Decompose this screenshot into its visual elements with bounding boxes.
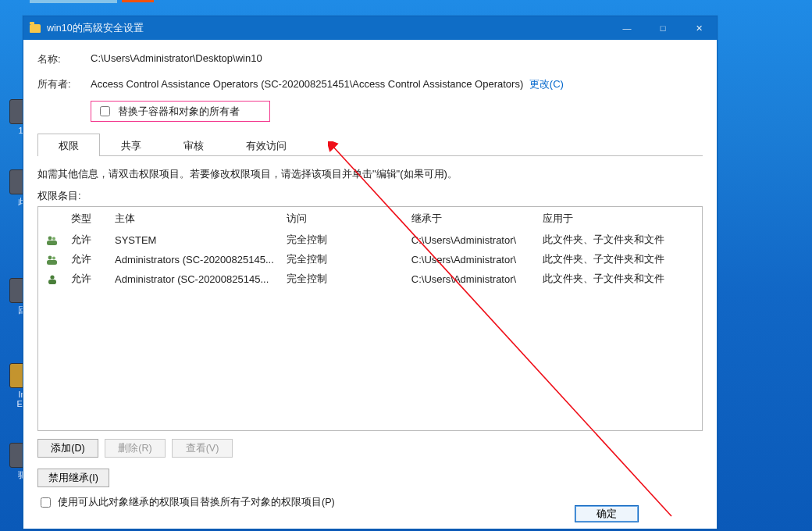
window-title: win10的高级安全设置 — [47, 22, 144, 35]
cell-access: 完全控制 — [280, 250, 405, 269]
minimize-button[interactable]: — — [609, 16, 645, 40]
col-inherited[interactable]: 继承于 — [405, 207, 536, 230]
add-button[interactable]: 添加(D) — [37, 439, 98, 458]
user-icon — [46, 274, 59, 285]
svg-point-2 — [52, 237, 55, 240]
group-icon — [46, 235, 59, 246]
cell-access: 完全控制 — [280, 230, 405, 250]
tab-effective[interactable]: 有效访问 — [225, 134, 308, 156]
col-principal[interactable]: 主体 — [109, 207, 280, 230]
tab-permissions[interactable]: 权限 — [37, 134, 100, 156]
col-type[interactable]: 类型 — [65, 207, 109, 230]
entry-buttons: 添加(D) 删除(R) 查看(V) — [37, 439, 703, 458]
svg-rect-8 — [48, 280, 56, 284]
accent-red — [122, 0, 154, 2]
svg-point-1 — [48, 236, 52, 240]
table-row[interactable]: 允许 Administrator (SC-20200825145... 完全控制… — [38, 269, 702, 289]
name-label: 名称: — [37, 52, 91, 66]
col-access[interactable]: 访问 — [280, 207, 405, 230]
permission-entries-grid[interactable]: 类型 主体 访问 继承于 应用于 允许 SYSTEM 完全控制 — [37, 206, 703, 431]
svg-point-7 — [50, 275, 54, 279]
svg-point-5 — [52, 256, 55, 259]
accent-blue — [30, 0, 117, 3]
cell-principal: Administrator (SC-20200825145... — [109, 269, 280, 289]
change-owner-link[interactable]: 更改(C) — [529, 78, 564, 90]
tab-share[interactable]: 共享 — [100, 134, 162, 156]
ok-button[interactable]: 确定 — [575, 505, 639, 522]
cell-principal: SYSTEM — [109, 230, 280, 250]
replace-owner-highlight[interactable]: 替换子容器和对象的所有者 — [91, 101, 270, 122]
name-row: 名称: C:\Users\Administrator\Desktop\win10 — [37, 52, 703, 66]
hint-text: 如需其他信息，请双击权限项目。若要修改权限项目，请选择该项目并单击"编辑"(如果… — [37, 167, 703, 181]
cell-inherited: C:\Users\Administrator\ — [405, 269, 536, 289]
svg-rect-3 — [47, 241, 57, 245]
cell-principal: Administrators (SC-20200825145... — [109, 250, 280, 269]
maximize-button[interactable]: □ — [645, 16, 681, 40]
replace-owner-row: 替换子容器和对象的所有者 — [37, 102, 703, 122]
table-row[interactable]: 允许 SYSTEM 完全控制 C:\Users\Administrator\ 此… — [38, 230, 702, 250]
advanced-security-window: win10的高级安全设置 — □ ✕ 名称: C:\Users\Administ… — [23, 16, 718, 529]
titlebar[interactable]: win10的高级安全设置 — □ ✕ — [23, 16, 717, 40]
grid-header: 类型 主体 访问 继承于 应用于 — [38, 207, 702, 230]
disable-inherit-button[interactable]: 禁用继承(I) — [37, 469, 109, 487]
owner-label: 所有者: — [37, 77, 91, 91]
replace-owner-label: 替换子容器和对象的所有者 — [118, 105, 240, 119]
cell-applies: 此文件夹、子文件夹和文件 — [536, 230, 702, 250]
table-row[interactable]: 允许 Administrators (SC-20200825145... 完全控… — [38, 250, 702, 269]
cell-access: 完全控制 — [280, 269, 405, 289]
replace-owner-checkbox[interactable] — [100, 106, 110, 116]
svg-point-4 — [48, 255, 52, 259]
name-value: C:\Users\Administrator\Desktop\win10 — [91, 52, 262, 66]
cell-type: 允许 — [65, 230, 109, 250]
col-applies[interactable]: 应用于 — [536, 207, 702, 230]
cell-applies: 此文件夹、子文件夹和文件 — [536, 250, 702, 269]
group-icon — [46, 255, 59, 266]
svg-rect-6 — [47, 260, 57, 265]
owner-row: 所有者: Access Control Assistance Operators… — [37, 77, 703, 91]
window-controls: — □ ✕ — [609, 16, 717, 40]
cell-inherited: C:\Users\Administrator\ — [405, 230, 536, 250]
view-button: 查看(V) — [172, 439, 233, 458]
tabstrip: 权限 共享 审核 有效访问 — [37, 133, 703, 156]
owner-value: Access Control Assistance Operators (SC-… — [91, 78, 523, 90]
remove-button: 删除(R) — [105, 439, 166, 458]
cell-type: 允许 — [65, 250, 109, 269]
folder-icon — [30, 24, 41, 33]
close-button[interactable]: ✕ — [681, 16, 717, 40]
cell-inherited: C:\Users\Administrator\ — [405, 250, 536, 269]
cell-applies: 此文件夹、子文件夹和文件 — [536, 269, 702, 289]
tab-audit[interactable]: 审核 — [162, 134, 225, 156]
cell-type: 允许 — [65, 269, 109, 289]
entries-label: 权限条目: — [37, 189, 703, 203]
